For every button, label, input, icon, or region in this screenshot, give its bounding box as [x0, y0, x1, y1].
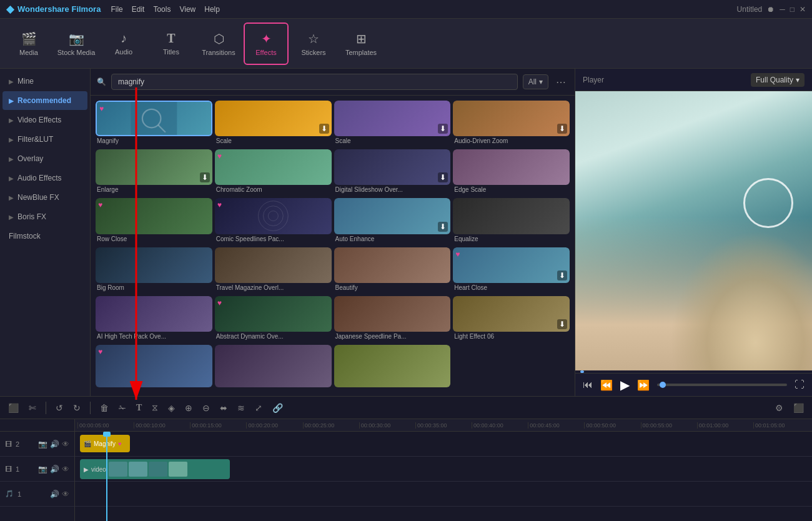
track-row-1[interactable]: ▶ video: [75, 457, 812, 482]
effect-abstract[interactable]: ♥ Abstract Dynamic Ove...: [215, 296, 332, 342]
effect-edge[interactable]: Edge Scale: [453, 149, 570, 196]
effect-scale1[interactable]: ⬇ Scale: [215, 101, 332, 147]
ruler-mark-11: 00:00:55:00: [641, 422, 697, 429]
video-clip[interactable]: ▶ video: [80, 459, 230, 479]
skip-back-button[interactable]: ⏮: [583, 379, 593, 390]
sidebar-item-filmstock[interactable]: Filmstock: [2, 227, 87, 246]
effect-heartclose[interactable]: ♥ ⬇ Heart Close: [453, 247, 570, 294]
ruler-marks: 00:00:05:00 00:00:10:00 00:00:15:00 00:0…: [77, 422, 810, 429]
menu-view[interactable]: View: [179, 5, 196, 14]
track-row-2[interactable]: 🎬 Magnify ♥: [75, 432, 812, 457]
menu-help[interactable]: Help: [204, 5, 220, 14]
timeline-select-tool[interactable]: ⬛: [5, 401, 22, 415]
timeline-audio-button[interactable]: ≋: [234, 401, 248, 415]
effect-extra1[interactable]: ♥: [96, 345, 212, 391]
timeline-snap-button[interactable]: ⤢: [252, 401, 265, 415]
menu-edit[interactable]: Edit: [132, 5, 145, 14]
media-icon: 🎬: [21, 31, 37, 46]
effect-digital[interactable]: ⬇ Digital Slideshow Over...: [334, 149, 451, 196]
timeline-fit-button[interactable]: ⬌: [217, 401, 230, 415]
track-row-audio[interactable]: [75, 482, 812, 507]
toolbar-media[interactable]: 🎬 Media: [6, 22, 51, 65]
sidebar-item-newblue-fx[interactable]: ▶ NewBlue FX: [2, 188, 87, 207]
timeline-crop-button[interactable]: ✁: [116, 401, 129, 415]
audio-label: Audio: [115, 48, 132, 56]
effect-enlarge[interactable]: ⬇ Enlarge: [96, 149, 212, 196]
toolbar-templates[interactable]: ⊞ Templates: [339, 22, 384, 65]
effect-equalize[interactable]: Equalize: [453, 198, 570, 244]
effect-beautify[interactable]: Beautify: [334, 247, 451, 294]
effect-extra3[interactable]: [334, 345, 451, 391]
track-audio-eye-icon[interactable]: 👁: [62, 490, 69, 499]
toolbar-effects[interactable]: ✦ Effects: [244, 22, 289, 65]
effect-japanese[interactable]: Japanese Speedline Pa...: [334, 296, 451, 342]
effect-autoenhance[interactable]: ⬇ Auto Enhance: [334, 198, 451, 244]
timeline-cut-tool[interactable]: ✄: [26, 401, 39, 415]
search-more-button[interactable]: ⋯: [553, 76, 568, 88]
sidebar-item-audio-effects[interactable]: ▶ Audio Effects: [2, 169, 87, 187]
player-progress-bar[interactable]: [657, 384, 787, 386]
ruler-mark-12: 00:01:00:00: [697, 422, 753, 429]
track-2-camera-icon[interactable]: 📷: [38, 440, 47, 449]
track-2-eye-icon[interactable]: 👁: [62, 440, 69, 449]
effect-magnify[interactable]: ♥ Magnify: [96, 101, 212, 147]
window-close[interactable]: ✕: [800, 5, 806, 14]
scale2-thumb: ⬇: [334, 101, 451, 136]
toolbar-stickers[interactable]: ☆ Stickers: [291, 22, 336, 65]
track-2-audio-icon[interactable]: 🔊: [50, 440, 59, 449]
toolbar-audio[interactable]: ♪ Audio: [101, 22, 146, 65]
effect-aitech[interactable]: AI High Tech Pack Ove...: [96, 296, 212, 342]
playhead[interactable]: [106, 432, 107, 521]
toolbar-stock-media[interactable]: 📷 Stock Media: [54, 22, 99, 65]
timeline-expand-button[interactable]: ⬛: [790, 401, 807, 415]
effect-clip-magnify[interactable]: 🎬 Magnify ♥: [80, 435, 130, 452]
toolbar-titles[interactable]: T Titles: [149, 22, 194, 65]
timeline-text-button[interactable]: T: [133, 401, 145, 415]
sidebar-item-video-effects[interactable]: ▶ Video Effects: [2, 111, 87, 129]
logo-icon: ◆: [6, 3, 14, 15]
effect-light[interactable]: ⬇ Light Effect 06: [453, 296, 570, 342]
effect-travel[interactable]: Travel Magazine Overl...: [215, 247, 332, 294]
equalize-label: Equalize: [453, 234, 570, 245]
effect-comic[interactable]: ♥ Comic Speedlines Pac...: [215, 198, 332, 244]
effect-extra2[interactable]: [215, 345, 332, 391]
step-forward-button[interactable]: ⏩: [637, 379, 650, 391]
menu-tools[interactable]: Tools: [153, 5, 171, 14]
timeline-keyframe-button[interactable]: ◈: [165, 401, 178, 415]
player-scrubber[interactable]: [575, 370, 812, 373]
quality-dropdown[interactable]: Full Quality ▾: [751, 73, 805, 87]
timeline-speed-button[interactable]: ⧖: [149, 400, 161, 415]
timeline-redo-button[interactable]: ↻: [70, 401, 84, 415]
filter-dropdown[interactable]: All ▾: [523, 74, 548, 89]
timeline-zoom-in[interactable]: ⊕: [182, 401, 196, 415]
timeline-settings-button[interactable]: ⚙: [772, 401, 786, 415]
effect-scale2[interactable]: ⬇ Scale: [334, 101, 451, 147]
light-label: Light Effect 06: [453, 332, 570, 342]
effect-rowclose[interactable]: ♥ Row Close: [96, 198, 212, 244]
track-1-eye-icon[interactable]: 👁: [62, 465, 69, 474]
sidebar-item-mine[interactable]: ▶ Mine: [2, 72, 87, 91]
effect-bigroom[interactable]: Big Room: [96, 247, 212, 294]
window-maximize[interactable]: □: [790, 5, 795, 14]
fullscreen-button[interactable]: ⛶: [795, 379, 805, 390]
sidebar-item-recommended[interactable]: ▶ Recommended: [2, 91, 87, 110]
play-button[interactable]: ▶: [620, 377, 630, 392]
track-audio-mute-icon[interactable]: 🔊: [50, 490, 59, 499]
track-2-number: 2: [16, 440, 19, 448]
track-1-camera-icon[interactable]: 📷: [38, 465, 47, 474]
timeline-link-button[interactable]: 🔗: [269, 401, 286, 415]
menu-file[interactable]: File: [111, 5, 122, 14]
effect-chromatic[interactable]: ♥ Chromatic Zoom: [215, 149, 332, 196]
timeline-delete-button[interactable]: 🗑: [97, 401, 112, 415]
step-back-button[interactable]: ⏪: [600, 379, 613, 391]
timeline-zoom-out[interactable]: ⊖: [199, 401, 213, 415]
sidebar-item-filter-lut[interactable]: ▶ Filter&LUT: [2, 130, 87, 149]
sidebar-item-overlay[interactable]: ▶ Overlay: [2, 149, 87, 168]
window-minimize[interactable]: ─: [780, 5, 785, 14]
timeline-undo-button[interactable]: ↺: [52, 401, 66, 415]
track-1-audio-icon[interactable]: 🔊: [50, 465, 59, 474]
toolbar-transitions[interactable]: ⬡ Transitions: [196, 22, 241, 65]
sidebar-item-boris-fx[interactable]: ▶ Boris FX: [2, 207, 87, 226]
effect-audiozoom[interactable]: ⬇ Audio-Driven Zoom: [453, 101, 570, 147]
search-input[interactable]: [111, 74, 518, 90]
